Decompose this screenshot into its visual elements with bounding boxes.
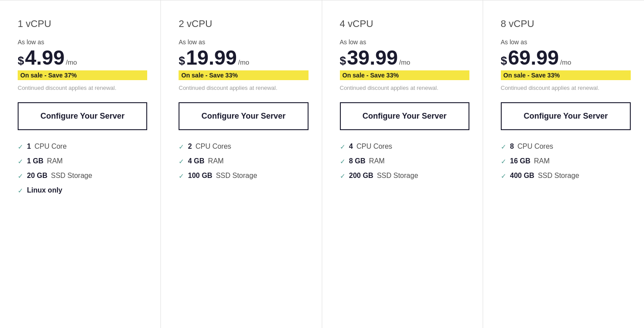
feature-list: ✓1 CPU Core✓1 GB RAM✓20 GB SSD Storage✓L… [18,143,147,195]
feature-bold-text: 8 GB [349,157,366,165]
checkmark-icon: ✓ [179,172,184,180]
price-row: $4.99/mo [18,47,147,68]
feature-bold-text: 4 [349,143,353,150]
feature-plain-text: CPU Cores [518,143,553,150]
feature-item: ✓1 CPU Core [18,143,147,151]
dollar-sign: $ [179,54,185,68]
feature-plain-text: SSD Storage [51,172,92,180]
configure-server-button[interactable]: Configure Your Server [179,102,308,130]
feature-plain-text: SSD Storage [216,172,257,180]
checkmark-icon: ✓ [18,143,23,151]
feature-item: ✓Linux only [18,186,147,195]
as-low-as-text: As low as [501,39,631,46]
feature-bold-text: 200 GB [349,172,373,180]
feature-bold-text: Linux only [27,186,62,194]
configure-server-button[interactable]: Configure Your Server [340,102,469,130]
per-month-label: /mo [238,58,249,66]
feature-plain-text: SSD Storage [377,172,418,180]
feature-item: ✓100 GB SSD Storage [179,172,308,180]
price-amount: 4.99 [25,47,65,68]
feature-bold-text: 8 [510,143,514,150]
checkmark-icon: ✓ [179,143,184,151]
sale-badge: On sale - Save 33% [501,70,631,80]
feature-item: ✓16 GB RAM [501,157,631,166]
checkmark-icon: ✓ [340,158,346,166]
sale-badge: On sale - Save 33% [179,70,308,80]
feature-bold-text: 1 GB [27,157,43,165]
feature-plain-text: RAM [47,157,63,165]
dollar-sign: $ [501,54,507,68]
vcpu-label: 2 vCPU [179,18,308,30]
pricing-card-plan-2vcpu: 2 vCPUAs low as$19.99/moOn sale - Save 3… [161,0,322,328]
feature-plain-text: SSD Storage [538,172,579,180]
feature-plain-text: CPU Core [34,143,67,150]
vcpu-label: 4 vCPU [340,18,469,30]
continued-discount-text: Continued discount applies at renewal. [340,84,469,93]
per-month-label: /mo [66,58,77,66]
per-month-label: /mo [560,58,571,66]
configure-server-button[interactable]: Configure Your Server [501,102,631,130]
feature-bold-text: 2 [188,143,192,150]
checkmark-icon: ✓ [340,143,346,151]
feature-list: ✓2 CPU Cores✓4 GB RAM✓100 GB SSD Storage [179,143,308,180]
vcpu-label: 1 vCPU [18,18,147,30]
feature-item: ✓400 GB SSD Storage [501,172,631,180]
price-amount: 19.99 [186,47,237,68]
feature-bold-text: 4 GB [188,157,204,165]
as-low-as-text: As low as [179,39,308,46]
pricing-grid: 1 vCPUAs low as$4.99/moOn sale - Save 37… [0,0,644,328]
continued-discount-text: Continued discount applies at renewal. [18,84,147,93]
feature-plain-text: RAM [369,157,385,165]
feature-item: ✓4 GB RAM [179,157,308,166]
feature-bold-text: 1 [27,143,31,150]
configure-server-button[interactable]: Configure Your Server [18,102,147,130]
feature-item: ✓8 CPU Cores [501,143,631,151]
checkmark-icon: ✓ [340,172,346,180]
checkmark-icon: ✓ [501,158,507,166]
feature-item: ✓2 CPU Cores [179,143,308,151]
sale-badge: On sale - Save 37% [18,70,147,80]
feature-item: ✓1 GB RAM [18,157,147,166]
feature-plain-text: RAM [534,157,550,165]
continued-discount-text: Continued discount applies at renewal. [179,84,308,93]
price-amount: 69.99 [508,47,559,68]
feature-bold-text: 400 GB [510,172,534,180]
feature-bold-text: 20 GB [27,172,47,180]
feature-list: ✓4 CPU Cores✓8 GB RAM✓200 GB SSD Storage [340,143,469,180]
pricing-card-plan-1vcpu: 1 vCPUAs low as$4.99/moOn sale - Save 37… [0,0,161,328]
pricing-card-plan-4vcpu: 4 vCPUAs low as$39.99/moOn sale - Save 3… [322,0,483,328]
dollar-sign: $ [340,54,346,68]
checkmark-icon: ✓ [179,158,184,166]
feature-list: ✓8 CPU Cores✓16 GB RAM✓400 GB SSD Storag… [501,143,631,180]
continued-discount-text: Continued discount applies at renewal. [501,84,631,93]
per-month-label: /mo [399,58,410,66]
checkmark-icon: ✓ [18,172,23,180]
sale-badge: On sale - Save 33% [340,70,469,80]
feature-bold-text: 100 GB [188,172,212,180]
as-low-as-text: As low as [340,39,469,46]
feature-plain-text: RAM [208,157,224,165]
vcpu-label: 8 vCPU [501,18,631,30]
as-low-as-text: As low as [18,39,147,46]
checkmark-icon: ✓ [501,172,507,180]
feature-bold-text: 16 GB [510,157,530,165]
pricing-card-plan-8vcpu: 8 vCPUAs low as$69.99/moOn sale - Save 3… [483,0,644,328]
feature-plain-text: CPU Cores [195,143,231,150]
feature-plain-text: CPU Cores [356,143,392,150]
price-row: $69.99/mo [501,47,631,68]
checkmark-icon: ✓ [18,187,23,195]
price-amount: 39.99 [347,47,398,68]
feature-item: ✓200 GB SSD Storage [340,172,469,180]
feature-item: ✓20 GB SSD Storage [18,172,147,180]
price-row: $39.99/mo [340,47,469,68]
feature-item: ✓4 CPU Cores [340,143,469,151]
price-row: $19.99/mo [179,47,308,68]
checkmark-icon: ✓ [501,143,507,151]
feature-item: ✓8 GB RAM [340,157,469,166]
checkmark-icon: ✓ [18,158,23,166]
dollar-sign: $ [18,54,24,68]
